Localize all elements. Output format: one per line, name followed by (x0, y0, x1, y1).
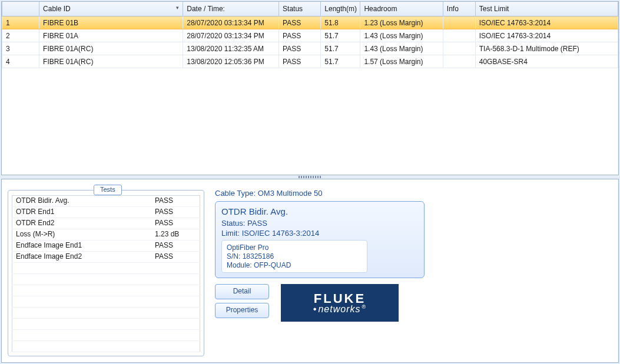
cell-datetime: 13/08/2020 11:32:35 AM (183, 42, 279, 55)
device-module: Module: OFP-QUAD (227, 261, 362, 269)
cell-limit: 40GBASE-SR4 (475, 55, 618, 68)
cell-datetime: 28/07/2020 03:13:34 PM (183, 29, 279, 42)
test-result: PASS (151, 252, 200, 263)
tests-row[interactable]: OTDR End1PASS (12, 207, 200, 218)
table-row[interactable]: 2FIBRE 01A28/07/2020 03:13:34 PMPASS51.7… (2, 29, 618, 42)
column-header-datetime[interactable]: Date / Time: (183, 2, 279, 16)
cell-headroom: 1.23 (Loss Margin) (360, 16, 443, 29)
tests-list[interactable]: OTDR Bidir. Avg.PASSOTDR End1PASSOTDR En… (12, 195, 200, 352)
summary-limit: Limit: ISO/IEC 14763-3:2014 (221, 229, 418, 238)
cell-limit: ISO/IEC 14763-3:2014 (475, 29, 618, 42)
tests-row-empty (12, 274, 200, 285)
cell-status: PASS (279, 29, 321, 42)
logo-text-networks: •networks® (313, 304, 366, 315)
summary-card: OTDR Bidir. Avg. Status: PASS Limit: ISO… (215, 201, 425, 278)
table-row[interactable]: 1FIBRE 01B28/07/2020 03:13:34 PMPASS51.8… (2, 16, 618, 29)
cell-length: 51.7 (321, 29, 360, 42)
test-name: Loss (M->R) (12, 229, 152, 241)
column-header-headroom[interactable]: Headroom (360, 2, 443, 16)
column-header-rownum[interactable] (2, 2, 39, 16)
logo-dot-icon: • (313, 304, 317, 314)
cell-length: 51.7 (321, 55, 360, 68)
tests-row-empty (12, 285, 200, 296)
cell-datetime: 13/08/2020 12:05:36 PM (183, 55, 279, 68)
cell-limit: ISO/IEC 14763-3:2014 (475, 16, 618, 29)
cell-rownum: 2 (2, 29, 39, 42)
column-header-status[interactable]: Status (279, 2, 321, 16)
test-result: PASS (151, 241, 200, 252)
cable-type-label: Cable Type: OM3 Multimode 50 (215, 189, 425, 198)
cell-headroom: 1.57 (Loss Margin) (360, 55, 443, 68)
fluke-networks-logo: FLUKE •networks® (281, 284, 399, 322)
cell-info (443, 29, 475, 42)
tests-row[interactable]: Loss (M->R)1.23 dB (12, 229, 200, 241)
test-name: OTDR Bidir. Avg. (12, 196, 152, 207)
table-row[interactable]: 4FIBRE 01A(RC)13/08/2020 12:05:36 PMPASS… (2, 55, 618, 68)
cell-cable_id: FIBRE 01A(RC) (39, 42, 183, 55)
results-grid[interactable]: Cable ID▾Date / Time:StatusLength(m)Head… (1, 1, 619, 175)
cell-rownum: 4 (2, 55, 39, 68)
cell-info (443, 55, 475, 68)
cell-rownum: 3 (2, 42, 39, 55)
tests-group: Tests OTDR Bidir. Avg.PASSOTDR End1PASSO… (8, 190, 204, 356)
table-row[interactable]: 3FIBRE 01A(RC)13/08/2020 11:32:35 AMPASS… (2, 42, 618, 55)
column-header-length[interactable]: Length(m) (321, 2, 360, 16)
cell-info (443, 42, 475, 55)
cell-info (443, 16, 475, 29)
test-result: PASS (151, 207, 200, 218)
horizontal-splitter[interactable] (0, 175, 620, 179)
test-result: PASS (151, 218, 200, 229)
summary-status: Status: PASS (221, 219, 418, 228)
tests-row[interactable]: Endface Image End1PASS (12, 241, 200, 252)
sort-indicator-icon: ▾ (176, 5, 179, 11)
tests-row-empty (12, 263, 200, 274)
cell-status: PASS (279, 55, 321, 68)
tests-row-empty (12, 319, 200, 330)
cell-datetime: 28/07/2020 03:13:34 PM (183, 16, 279, 29)
column-header-cable_id[interactable]: Cable ID▾ (39, 2, 183, 16)
splitter-grip-icon (299, 176, 322, 178)
test-name: Endface Image End1 (12, 241, 152, 252)
cell-rownum: 1 (2, 16, 39, 29)
cell-headroom: 1.43 (Loss Margin) (360, 29, 443, 42)
column-header-limit[interactable]: Test Limit (475, 2, 618, 16)
test-result: PASS (151, 196, 200, 207)
device-model: OptiFiber Pro (227, 243, 362, 252)
cell-headroom: 1.43 (Loss Margin) (360, 42, 443, 55)
column-header-info[interactable]: Info (443, 2, 475, 16)
test-result: 1.23 dB (151, 229, 200, 241)
tests-row-empty (12, 330, 200, 341)
device-serial: S/N: 18325186 (227, 252, 362, 261)
cell-cable_id: FIBRE 01B (39, 16, 183, 29)
cell-cable_id: FIBRE 01A(RC) (39, 55, 183, 68)
tests-row[interactable]: OTDR Bidir. Avg.PASS (12, 196, 200, 207)
properties-button[interactable]: Properties (215, 303, 269, 318)
detail-button[interactable]: Detail (215, 284, 269, 299)
cell-cable_id: FIBRE 01A (39, 29, 183, 42)
device-box: OptiFiber Pro S/N: 18325186 Module: OFP-… (221, 240, 367, 273)
summary-test-name: OTDR Bidir. Avg. (221, 206, 418, 216)
test-name: OTDR End2 (12, 218, 152, 229)
tests-row[interactable]: Endface Image End2PASS (12, 252, 200, 263)
detail-pane: Tests OTDR Bidir. Avg.PASSOTDR End1PASSO… (1, 179, 619, 363)
cell-limit: TIA-568.3-D-1 Multimode (REF) (475, 42, 618, 55)
cell-length: 51.8 (321, 16, 360, 29)
test-name: OTDR End1 (12, 207, 152, 218)
cell-status: PASS (279, 42, 321, 55)
test-name: Endface Image End2 (12, 252, 152, 263)
tests-row[interactable]: OTDR End2PASS (12, 218, 200, 229)
tests-row-empty (12, 308, 200, 319)
cell-status: PASS (279, 16, 321, 29)
cell-length: 51.7 (321, 42, 360, 55)
tests-row-empty (12, 341, 200, 352)
tests-tab[interactable]: Tests (94, 185, 122, 195)
tests-row-empty (12, 296, 200, 308)
